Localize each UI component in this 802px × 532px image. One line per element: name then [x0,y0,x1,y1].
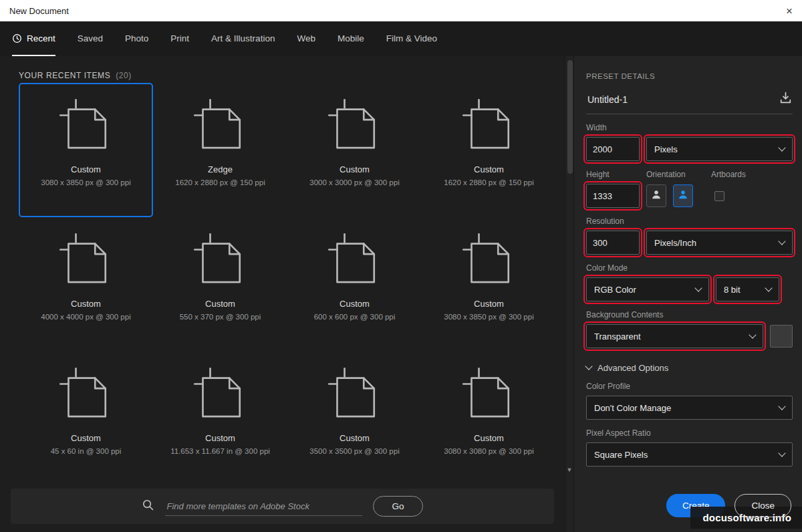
template-name: Custom [340,164,370,174]
advanced-options-toggle[interactable]: Advanced Options [586,363,793,373]
chevron-down-icon [778,144,785,151]
orientation-portrait-button[interactable] [646,184,666,207]
pixel-aspect-ratio-label: Pixel Aspect Ratio [586,428,793,438]
template-name: Custom [474,164,504,174]
background-contents-row: Transparent [586,324,793,348]
document-icon [192,232,249,291]
template-dims: 1620 x 2880 px @ 150 ppi [175,178,265,186]
template-item[interactable]: Custom 3080 x 3080 px @ 300 ppi [422,352,556,486]
template-item[interactable]: Custom 11.653 x 11.667 in @ 300 ppi [153,352,287,486]
resolution-input[interactable] [586,231,640,255]
bit-depth-dropdown[interactable]: 8 bit [716,277,779,301]
save-preset-icon[interactable] [779,91,793,108]
color-mode-dropdown[interactable]: RGB Color [586,277,709,301]
tab-label: Recent [27,33,55,43]
chevron-down-icon [778,237,785,245]
template-item[interactable]: Custom 3080 x 3850 px @ 300 ppi [422,217,556,352]
adobe-stock-search-bar: Go [11,489,554,524]
template-dims: 4000 x 4000 px @ 300 ppi [41,313,130,321]
resolution-unit-dropdown[interactable]: Pixels/Inch [646,231,793,255]
background-contents-dropdown[interactable]: Transparent [586,324,763,348]
scroll-down-icon[interactable]: ▼ [565,467,573,473]
width-unit-dropdown[interactable]: Pixels [646,137,793,161]
height-row [586,184,793,208]
tab-art-illustration[interactable]: Art & Illustration [211,21,275,56]
portrait-icon [650,188,662,204]
template-item[interactable]: Custom 4000 x 4000 px @ 300 ppi [19,217,153,352]
tab-label: Art & Illustration [211,33,275,43]
search-icon [142,499,154,514]
color-profile-label: Color Profile [586,382,793,391]
template-item[interactable]: Zedge 1620 x 2880 px @ 150 ppi [153,83,287,217]
template-dims: 3000 x 3000 px @ 300 ppi [309,178,399,186]
tab-label: Film & Video [386,33,437,43]
tab-photo[interactable]: Photo [125,21,148,56]
template-item[interactable]: Custom 550 x 370 px @ 300 ppi [153,217,287,352]
template-dims: 3080 x 3850 px @ 300 ppi [41,178,130,186]
template-dims: 3080 x 3850 px @ 300 ppi [444,313,533,321]
template-item[interactable]: Custom 3000 x 3000 px @ 300 ppi [287,83,422,217]
template-dims: 600 x 600 px @ 300 ppi [314,313,396,321]
advanced-options-label: Advanced Options [597,363,668,373]
recent-items-count: (20) [116,71,132,80]
document-name-input[interactable] [586,94,772,106]
tab-web[interactable]: Web [297,21,315,56]
template-dims: 3080 x 3080 px @ 300 ppi [444,447,533,455]
chevron-down-icon [778,449,785,456]
tab-recent[interactable]: Recent [12,21,55,56]
artboards-label: Artboards [711,170,746,179]
template-name: Custom [340,433,370,443]
height-input[interactable] [586,184,640,208]
document-icon [58,366,114,425]
pixel-aspect-ratio-dropdown[interactable]: Square Pixels [586,442,793,467]
recent-templates-content: YOUR RECENT ITEMS (20) Custom 3080 x 385… [0,56,565,486]
background-color-swatch[interactable] [770,325,793,348]
background-contents-label: Background Contents [586,310,793,319]
template-item[interactable]: Custom 1620 x 2880 px @ 150 ppi [422,83,556,217]
window-titlebar: New Document × [0,0,802,21]
document-icon [192,98,249,156]
pixel-aspect-ratio-value: Square Pixels [594,450,648,460]
height-label: Height [586,170,646,179]
scrollbar-thumb[interactable] [567,60,573,174]
recent-templates-pane: YOUR RECENT ITEMS (20) Custom 3080 x 385… [0,56,565,532]
orientation-landscape-button[interactable] [673,184,693,207]
vertical-scrollbar[interactable]: ▼ [565,56,574,532]
template-dims: 45 x 60 in @ 300 ppi [51,447,122,455]
color-profile-dropdown[interactable]: Don't Color Manage [586,396,793,420]
template-item[interactable]: Custom 600 x 600 px @ 300 ppi [287,217,422,352]
go-button[interactable]: Go [373,496,422,517]
template-name: Custom [205,433,235,443]
document-icon [192,366,249,425]
template-name: Custom [71,164,101,174]
chevron-down-icon [694,284,702,291]
document-icon [327,232,383,291]
close-button[interactable]: Close [734,494,791,517]
width-input[interactable] [586,137,640,161]
template-dims: 1620 x 2880 px @ 150 ppi [444,178,533,186]
tab-print[interactable]: Print [170,21,189,56]
artboards-checkbox[interactable] [714,191,724,201]
pixel-aspect-ratio-row: Square Pixels [586,442,793,467]
template-name: Custom [340,299,370,309]
tab-saved[interactable]: Saved [78,21,103,56]
color-mode-value: RGB Color [594,285,636,295]
preset-details-header: PRESET DETAILS [586,72,793,80]
tab-mobile[interactable]: Mobile [338,21,364,56]
stock-search-input[interactable] [165,497,362,516]
window-title: New Document [9,6,69,16]
template-item[interactable]: Custom 3500 x 3500 px @ 300 ppi [287,352,422,486]
chevron-down-icon [778,402,785,410]
chevron-down-icon [749,331,756,338]
template-item[interactable]: Custom 45 x 60 in @ 300 ppi [19,352,153,486]
clock-icon [12,33,22,43]
document-icon [58,232,114,291]
landscape-icon [677,188,689,204]
tab-label: Saved [78,33,103,43]
dialog-body: YOUR RECENT ITEMS (20) Custom 3080 x 385… [0,56,802,532]
window-close-icon[interactable]: × [786,5,793,17]
resolution-unit-value: Pixels/Inch [654,238,696,248]
template-item[interactable]: Custom 3080 x 3850 px @ 300 ppi [19,83,153,217]
template-dims: 11.653 x 11.667 in @ 300 ppi [170,447,270,455]
tab-film-video[interactable]: Film & Video [386,21,437,56]
